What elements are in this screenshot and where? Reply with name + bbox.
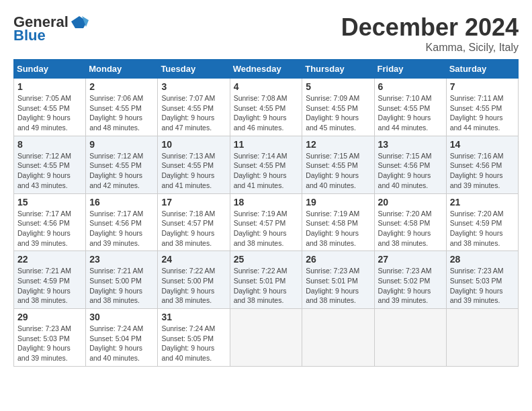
weekday-header-tuesday: Tuesday: [158, 60, 230, 79]
day-number: 5: [306, 81, 370, 92]
day-info: Sunrise: 7:15 AMSunset: 4:56 PMDaylight:…: [378, 151, 443, 191]
calendar-cell: 30Sunrise: 7:24 AMSunset: 5:04 PMDayligh…: [86, 309, 158, 367]
day-number: 13: [378, 139, 443, 150]
day-info: Sunrise: 7:12 AMSunset: 4:55 PMDaylight:…: [17, 151, 82, 191]
calendar-table: SundayMondayTuesdayWednesdayThursdayFrid…: [13, 59, 519, 367]
day-info: Sunrise: 7:23 AMSunset: 5:03 PMDaylight:…: [450, 266, 515, 306]
day-info: Sunrise: 7:13 AMSunset: 4:55 PMDaylight:…: [161, 151, 226, 191]
day-number: 21: [450, 197, 515, 208]
day-number: 20: [378, 197, 443, 208]
day-info: Sunrise: 7:07 AMSunset: 4:55 PMDaylight:…: [161, 93, 226, 133]
calendar-cell: [374, 309, 446, 367]
day-info: Sunrise: 7:05 AMSunset: 4:55 PMDaylight:…: [17, 93, 82, 133]
day-number: 4: [234, 81, 299, 92]
day-number: 15: [17, 197, 82, 208]
day-number: 19: [306, 197, 370, 208]
day-number: 18: [234, 197, 299, 208]
calendar-cell: 6Sunrise: 7:10 AMSunset: 4:55 PMDaylight…: [374, 79, 446, 136]
day-number: 17: [161, 197, 226, 208]
calendar-cell: 14Sunrise: 7:16 AMSunset: 4:56 PMDayligh…: [446, 136, 518, 193]
calendar-week-row: 8Sunrise: 7:12 AMSunset: 4:55 PMDaylight…: [14, 136, 519, 193]
weekday-header-monday: Monday: [86, 60, 158, 79]
logo: General Blue: [13, 13, 89, 44]
day-number: 26: [306, 254, 370, 265]
day-number: 16: [89, 197, 154, 208]
calendar-cell: 23Sunrise: 7:21 AMSunset: 5:00 PMDayligh…: [86, 251, 158, 309]
day-info: Sunrise: 7:14 AMSunset: 4:55 PMDaylight:…: [234, 151, 299, 191]
day-info: Sunrise: 7:15 AMSunset: 4:55 PMDaylight:…: [306, 151, 370, 191]
day-number: 27: [378, 254, 443, 265]
day-number: 24: [161, 254, 226, 265]
calendar-cell: 3Sunrise: 7:07 AMSunset: 4:55 PMDaylight…: [158, 79, 230, 136]
day-info: Sunrise: 7:17 AMSunset: 4:56 PMDaylight:…: [89, 209, 154, 248]
day-number: 7: [450, 81, 515, 92]
calendar-cell: 10Sunrise: 7:13 AMSunset: 4:55 PMDayligh…: [158, 136, 230, 193]
day-number: 9: [89, 139, 154, 150]
day-number: 31: [161, 312, 226, 322]
day-number: 29: [17, 312, 82, 322]
day-info: Sunrise: 7:23 AMSunset: 5:03 PMDaylight:…: [17, 324, 82, 363]
weekday-header-thursday: Thursday: [302, 60, 374, 79]
day-info: Sunrise: 7:19 AMSunset: 4:58 PMDaylight:…: [306, 209, 370, 248]
calendar-cell: 27Sunrise: 7:23 AMSunset: 5:02 PMDayligh…: [374, 251, 446, 309]
calendar-cell: 20Sunrise: 7:20 AMSunset: 4:58 PMDayligh…: [374, 193, 446, 251]
day-number: 10: [161, 139, 226, 150]
day-number: 25: [234, 254, 299, 265]
day-info: Sunrise: 7:06 AMSunset: 4:55 PMDaylight:…: [89, 93, 154, 133]
calendar-cell: 2Sunrise: 7:06 AMSunset: 4:55 PMDaylight…: [86, 79, 158, 136]
day-number: 22: [17, 254, 82, 265]
calendar-cell: 13Sunrise: 7:15 AMSunset: 4:56 PMDayligh…: [374, 136, 446, 193]
day-info: Sunrise: 7:21 AMSunset: 5:00 PMDaylight:…: [89, 266, 154, 306]
calendar-cell: 21Sunrise: 7:20 AMSunset: 4:59 PMDayligh…: [446, 193, 518, 251]
calendar-week-row: 22Sunrise: 7:21 AMSunset: 4:59 PMDayligh…: [14, 251, 519, 309]
header: General Blue December 2024 Kamma, Sicily…: [13, 13, 519, 54]
calendar-cell: [302, 309, 374, 367]
calendar-cell: 29Sunrise: 7:23 AMSunset: 5:03 PMDayligh…: [14, 309, 86, 367]
day-info: Sunrise: 7:11 AMSunset: 4:55 PMDaylight:…: [450, 93, 515, 133]
calendar-cell: 4Sunrise: 7:08 AMSunset: 4:55 PMDaylight…: [230, 79, 302, 136]
calendar-cell: 18Sunrise: 7:19 AMSunset: 4:57 PMDayligh…: [230, 193, 302, 251]
day-number: 1: [17, 81, 82, 92]
calendar-cell: 7Sunrise: 7:11 AMSunset: 4:55 PMDaylight…: [446, 79, 518, 136]
weekday-header-wednesday: Wednesday: [230, 60, 302, 79]
calendar-cell: [446, 309, 518, 367]
day-number: 6: [378, 81, 443, 92]
day-info: Sunrise: 7:23 AMSunset: 5:02 PMDaylight:…: [378, 266, 443, 306]
calendar-cell: 11Sunrise: 7:14 AMSunset: 4:55 PMDayligh…: [230, 136, 302, 193]
calendar-week-row: 1Sunrise: 7:05 AMSunset: 4:55 PMDaylight…: [14, 79, 519, 136]
day-number: 3: [161, 81, 226, 92]
calendar-cell: 17Sunrise: 7:18 AMSunset: 4:57 PMDayligh…: [158, 193, 230, 251]
day-number: 28: [450, 254, 515, 265]
day-number: 8: [17, 139, 82, 150]
weekday-header-friday: Friday: [374, 60, 446, 79]
day-info: Sunrise: 7:20 AMSunset: 4:58 PMDaylight:…: [378, 209, 443, 248]
day-info: Sunrise: 7:22 AMSunset: 5:00 PMDaylight:…: [161, 266, 226, 306]
calendar-cell: 1Sunrise: 7:05 AMSunset: 4:55 PMDaylight…: [14, 79, 86, 136]
calendar-cell: 19Sunrise: 7:19 AMSunset: 4:58 PMDayligh…: [302, 193, 374, 251]
day-info: Sunrise: 7:20 AMSunset: 4:59 PMDaylight:…: [450, 209, 515, 248]
calendar-cell: 15Sunrise: 7:17 AMSunset: 4:56 PMDayligh…: [14, 193, 86, 251]
logo-icon: [70, 15, 89, 30]
day-info: Sunrise: 7:16 AMSunset: 4:56 PMDaylight:…: [450, 151, 515, 191]
calendar-cell: 5Sunrise: 7:09 AMSunset: 4:55 PMDaylight…: [302, 79, 374, 136]
calendar-week-row: 29Sunrise: 7:23 AMSunset: 5:03 PMDayligh…: [14, 309, 519, 367]
logo-blue-text: Blue: [13, 27, 46, 44]
calendar-cell: 25Sunrise: 7:22 AMSunset: 5:01 PMDayligh…: [230, 251, 302, 309]
day-info: Sunrise: 7:19 AMSunset: 4:57 PMDaylight:…: [234, 209, 299, 248]
day-info: Sunrise: 7:09 AMSunset: 4:55 PMDaylight:…: [306, 93, 370, 133]
day-info: Sunrise: 7:17 AMSunset: 4:56 PMDaylight:…: [17, 209, 82, 248]
calendar-title: December 2024: [341, 13, 519, 42]
day-info: Sunrise: 7:08 AMSunset: 4:55 PMDaylight:…: [234, 93, 299, 133]
calendar-cell: 26Sunrise: 7:23 AMSunset: 5:01 PMDayligh…: [302, 251, 374, 309]
calendar-cell: 28Sunrise: 7:23 AMSunset: 5:03 PMDayligh…: [446, 251, 518, 309]
day-info: Sunrise: 7:24 AMSunset: 5:04 PMDaylight:…: [89, 324, 154, 363]
calendar-cell: 24Sunrise: 7:22 AMSunset: 5:00 PMDayligh…: [158, 251, 230, 309]
calendar-cell: [230, 309, 302, 367]
day-info: Sunrise: 7:10 AMSunset: 4:55 PMDaylight:…: [378, 93, 443, 133]
day-number: 30: [89, 312, 154, 322]
title-area: December 2024 Kamma, Sicily, Italy: [341, 13, 519, 54]
weekday-header-row: SundayMondayTuesdayWednesdayThursdayFrid…: [14, 60, 519, 79]
calendar-cell: 12Sunrise: 7:15 AMSunset: 4:55 PMDayligh…: [302, 136, 374, 193]
calendar-cell: 16Sunrise: 7:17 AMSunset: 4:56 PMDayligh…: [86, 193, 158, 251]
day-number: 12: [306, 139, 370, 150]
